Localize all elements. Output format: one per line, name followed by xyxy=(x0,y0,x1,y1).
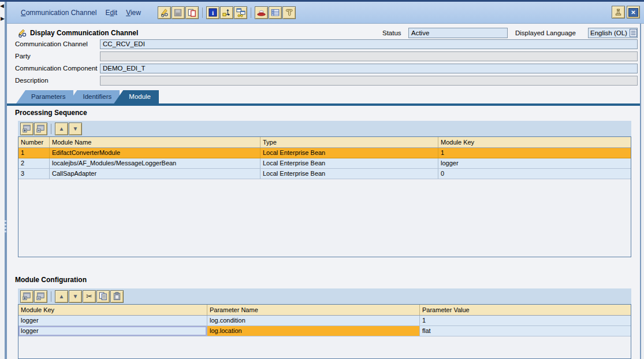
close-button[interactable]: ✕ xyxy=(627,6,640,18)
column-header-module-key[interactable]: Module Key xyxy=(18,305,207,315)
cell-module-name[interactable]: localejbs/AF_Modules/MessageLoggerBean xyxy=(50,158,260,168)
cell-module-key[interactable]: logger xyxy=(18,326,207,336)
cell-module-key[interactable]: logger xyxy=(18,316,207,325)
column-header-parameter-name[interactable]: Parameter Name xyxy=(207,305,420,315)
display-change-button[interactable] xyxy=(158,6,171,19)
party-field xyxy=(100,51,638,61)
copy-pages-icon xyxy=(98,291,108,301)
cell-parameter-value[interactable]: 1 xyxy=(420,316,631,325)
cell-parameter-value[interactable]: flat xyxy=(420,326,631,336)
toolbar-group-edit xyxy=(158,6,199,19)
column-header-parameter-value[interactable]: Parameter Value xyxy=(420,305,631,315)
table-row[interactable]: logger log.condition 1 xyxy=(18,316,631,326)
communication-component-field[interactable]: DEMO_EDI_T xyxy=(100,64,638,73)
content-area: Display Communication Channel Status Act… xyxy=(7,24,641,359)
cell-type[interactable]: Local Enterprise Bean xyxy=(260,169,438,179)
hat-icon xyxy=(256,8,266,17)
move-up-button[interactable]: ▲ xyxy=(55,123,68,135)
menu-communication-channel[interactable]: Communication Channel xyxy=(21,9,96,17)
delete-row-icon xyxy=(36,291,46,301)
cut-button[interactable]: ✂ xyxy=(83,290,96,303)
table-row[interactable]: 2 localejbs/AF_Modules/MessageLoggerBean… xyxy=(18,158,631,169)
tab-identifiers[interactable]: Identifiers xyxy=(68,90,120,103)
expand-panel-icon[interactable]: ▶ xyxy=(1,16,5,21)
log-button[interactable] xyxy=(282,6,296,19)
column-header-type[interactable]: Type xyxy=(260,137,438,147)
table-row[interactable]: 1 EdifactConverterModule Local Enterpris… xyxy=(18,148,631,158)
cell-module-key[interactable]: 0 xyxy=(438,169,631,179)
cut-scissors-icon: ✂ xyxy=(86,294,92,299)
menubar: Communication Channel Edit View xyxy=(7,2,644,24)
processing-sequence-table: ▲ ▼ Number Module Name Type Module Key 1… xyxy=(18,121,631,257)
menubar-right-group: ✕ xyxy=(612,6,641,18)
status-field[interactable]: Active xyxy=(408,28,508,38)
collapse-panel-icon[interactable]: ◀ xyxy=(0,3,4,9)
processing-sequence-title: Processing Sequence xyxy=(15,109,87,117)
toolbar-separator xyxy=(202,8,203,18)
menu-view[interactable]: View xyxy=(126,9,141,17)
toolbar-separator xyxy=(51,291,51,302)
displayed-language-select[interactable]: English (OL) xyxy=(588,28,638,38)
cell-module-key[interactable]: 1 xyxy=(438,148,631,158)
table-list-icon xyxy=(270,8,280,17)
table-header-row: Number Module Name Type Module Key xyxy=(18,137,631,148)
lamp-icon xyxy=(613,8,623,17)
dropdown-list-icon[interactable] xyxy=(630,29,637,37)
insert-row-button[interactable] xyxy=(20,290,33,303)
delete-row-button[interactable] xyxy=(34,290,47,303)
module-configuration-toolbar: ▲ ▼ ✂ xyxy=(18,288,631,304)
info-button[interactable]: i xyxy=(206,6,219,19)
cell-number[interactable]: 3 xyxy=(18,169,50,179)
module-configuration-grid: Module Key Parameter Name Parameter Valu… xyxy=(18,304,631,359)
table-row[interactable]: 3 CallSapAdapter Local Enterprise Bean 0 xyxy=(18,169,631,179)
copy-object-button[interactable] xyxy=(185,6,199,19)
module-configuration-title: Module Configuration xyxy=(15,276,87,284)
where-used-arrows-icon xyxy=(222,8,232,17)
arrow-down-icon: ▼ xyxy=(73,294,79,299)
cell-number[interactable]: 2 xyxy=(18,158,50,168)
toolbar-group-views xyxy=(255,6,296,19)
move-up-button[interactable]: ▲ xyxy=(55,290,68,303)
cell-number[interactable]: 1 xyxy=(18,148,50,158)
svg-text:i: i xyxy=(212,9,214,16)
cell-type[interactable]: Local Enterprise Bean xyxy=(260,158,438,168)
communication-component-label: Communication Component xyxy=(15,65,98,72)
table-row[interactable]: logger log.location flat xyxy=(18,326,631,336)
object-lamp-button[interactable] xyxy=(612,6,625,18)
save-button[interactable] xyxy=(172,6,185,19)
cell-parameter-name[interactable]: log.location xyxy=(207,326,420,336)
toolbar-group-info: i xyxy=(206,6,248,19)
where-used-button[interactable] xyxy=(220,6,233,19)
move-down-button[interactable]: ▼ xyxy=(69,290,82,303)
related-windows-icon xyxy=(236,8,245,17)
description-field xyxy=(100,76,638,86)
copy-icon xyxy=(187,8,196,17)
arrow-up-icon: ▲ xyxy=(59,126,65,132)
column-header-module-name[interactable]: Module Name xyxy=(50,137,260,147)
communication-channel-label: Communication Channel xyxy=(15,40,88,47)
menu-edit[interactable]: Edit xyxy=(105,9,117,17)
tab-parameters[interactable]: Parameters xyxy=(16,90,73,103)
left-panel-rail: ◀ ▶ xyxy=(0,2,5,359)
cell-type[interactable]: Local Enterprise Bean xyxy=(260,148,438,158)
copy-rows-button[interactable] xyxy=(96,290,110,303)
paste-button[interactable] xyxy=(110,290,124,303)
close-icon: ✕ xyxy=(628,8,638,17)
communication-channel-field[interactable]: CC_RCV_EDI xyxy=(100,39,638,49)
delete-row-button[interactable] xyxy=(34,123,47,135)
administration-button[interactable] xyxy=(255,6,268,19)
insert-row-button[interactable] xyxy=(20,123,33,135)
display-related-button[interactable] xyxy=(234,6,247,19)
table-view-button[interactable] xyxy=(269,6,282,19)
processing-sequence-toolbar: ▲ ▼ xyxy=(18,121,631,136)
column-header-number[interactable]: Number xyxy=(18,137,50,147)
cell-module-name[interactable]: CallSapAdapter xyxy=(50,169,260,179)
insert-row-icon xyxy=(22,291,32,301)
tab-module[interactable]: Module xyxy=(114,90,159,103)
column-header-module-key[interactable]: Module Key xyxy=(438,137,631,147)
cell-module-key[interactable]: logger xyxy=(438,158,631,168)
cell-parameter-name[interactable]: log.condition xyxy=(207,316,420,325)
move-down-button[interactable]: ▼ xyxy=(69,123,82,135)
insert-row-icon xyxy=(22,124,32,134)
cell-module-name[interactable]: EdifactConverterModule xyxy=(50,148,260,158)
